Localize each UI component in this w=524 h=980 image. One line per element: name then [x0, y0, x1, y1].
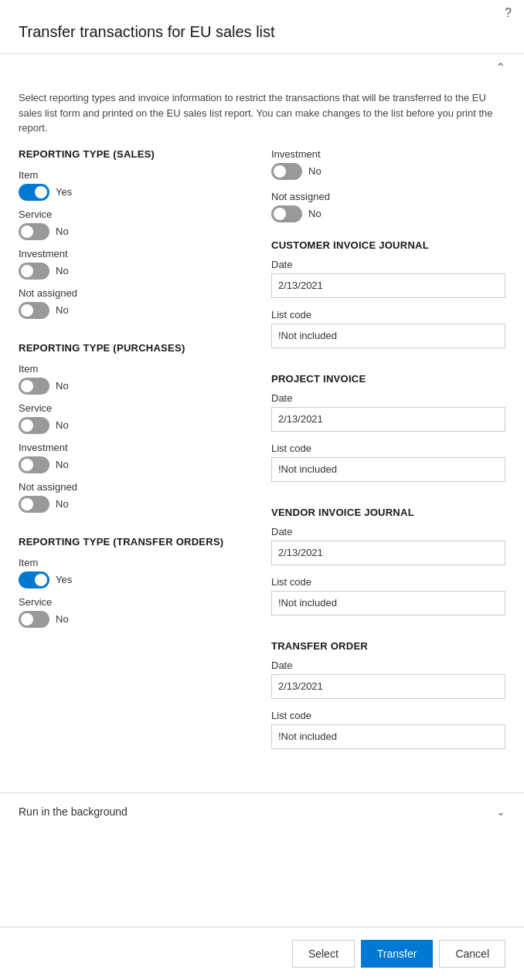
transfer-order-date-input[interactable]: [271, 674, 505, 699]
transfer-order-date-label: Date: [271, 660, 505, 671]
sales-service-toggle[interactable]: [19, 223, 49, 240]
vendor-invoice-journal-label: VENDOR INVOICE JOURNAL: [271, 507, 505, 518]
transfer-service-label: Service: [19, 596, 253, 608]
reporting-purchases-label: REPORTING TYPE (PURCHASES): [19, 342, 253, 354]
reporting-transfer-label: REPORTING TYPE (TRANSFER ORDERS): [19, 536, 253, 548]
project-invoice-listcode-field: List code: [271, 443, 505, 482]
customer-invoice-date-field: Date: [271, 259, 505, 298]
purchases-investment-value: No: [56, 459, 69, 470]
right-investment-toggle-group: Investment No: [271, 148, 505, 183]
right-notassigned-toggle[interactable]: [271, 205, 302, 222]
transfer-order-date-field: Date: [271, 660, 505, 699]
reporting-sales-section: REPORTING TYPE (SALES) Item Yes: [19, 148, 253, 327]
transfer-service-toggle[interactable]: [19, 611, 49, 628]
purchases-notassigned-label: Not assigned: [19, 481, 253, 493]
customer-invoice-listcode-field: List code: [271, 309, 505, 348]
project-invoice-listcode-label: List code: [271, 443, 505, 454]
purchases-notassigned-value: No: [56, 498, 69, 510]
sales-notassigned-label: Not assigned: [19, 287, 253, 299]
purchases-service-label: Service: [19, 402, 253, 414]
project-invoice-label: PROJECT INVOICE: [271, 373, 505, 385]
chevron-down-icon: ⌄: [496, 805, 505, 818]
page-title: Transfer transactions for EU sales list: [0, 23, 524, 53]
sales-service-label: Service: [19, 209, 253, 220]
sales-investment-toggle[interactable]: [19, 263, 49, 280]
footer-buttons: Select Transfer Cancel: [0, 927, 524, 980]
sales-notassigned-toggle-group: Not assigned No: [19, 287, 253, 319]
transfer-service-toggle-group: Service No: [19, 596, 253, 628]
purchases-item-toggle[interactable]: [19, 378, 49, 395]
purchases-service-value: No: [56, 419, 69, 431]
cancel-button[interactable]: Cancel: [439, 940, 505, 968]
reporting-sales-label: REPORTING TYPE (SALES): [19, 148, 253, 160]
transfer-order-listcode-label: List code: [271, 710, 505, 721]
sales-item-toggle-group: Item Yes: [19, 169, 253, 201]
vendor-invoice-date-label: Date: [271, 526, 505, 537]
project-invoice-date-field: Date: [271, 392, 505, 432]
transfer-item-toggle[interactable]: [19, 571, 49, 588]
reporting-purchases-section: REPORTING TYPE (PURCHASES) Item No: [19, 342, 253, 521]
right-notassigned-label: Not assigned: [271, 191, 505, 202]
sales-investment-label: Investment: [19, 248, 253, 259]
right-investment-label: Investment: [271, 148, 505, 160]
sales-investment-toggle-group: Investment No: [19, 248, 253, 280]
customer-invoice-date-label: Date: [271, 259, 505, 270]
sales-item-value: Yes: [56, 186, 72, 198]
purchases-notassigned-toggle[interactable]: [19, 496, 49, 513]
purchases-item-value: No: [56, 380, 69, 392]
collapse-chevron-up-icon[interactable]: ⌃: [495, 60, 505, 75]
vendor-invoice-journal-section: VENDOR INVOICE JOURNAL Date List code: [271, 507, 505, 626]
vendor-invoice-date-field: Date: [271, 526, 505, 565]
transfer-service-value: No: [56, 613, 69, 625]
sales-service-toggle-group: Service No: [19, 209, 253, 240]
purchases-investment-toggle-group: Investment No: [19, 442, 253, 473]
purchases-service-toggle-group: Service No: [19, 402, 253, 434]
transfer-item-toggle-group: Item Yes: [19, 557, 253, 588]
select-button[interactable]: Select: [292, 940, 355, 968]
transfer-order-listcode-input[interactable]: [271, 724, 505, 749]
reporting-transfer-section: REPORTING TYPE (TRANSFER ORDERS) Item Ye…: [19, 536, 253, 636]
vendor-invoice-listcode-label: List code: [271, 576, 505, 588]
transfer-order-listcode-field: List code: [271, 710, 505, 749]
right-investment-value: No: [308, 165, 322, 177]
customer-invoice-journal-label: CUSTOMER INVOICE JOURNAL: [271, 239, 505, 251]
sales-notassigned-value: No: [56, 304, 69, 316]
transfer-item-value: Yes: [56, 574, 72, 585]
purchases-item-label: Item: [19, 363, 253, 375]
purchases-service-toggle[interactable]: [19, 417, 49, 434]
project-invoice-section: PROJECT INVOICE Date List code: [271, 373, 505, 493]
customer-invoice-journal-section: CUSTOMER INVOICE JOURNAL Date List code: [271, 239, 505, 359]
run-background-section[interactable]: Run in the background ⌄: [0, 792, 524, 830]
project-invoice-date-input[interactable]: [271, 407, 505, 432]
project-invoice-listcode-input[interactable]: [271, 457, 505, 482]
sales-investment-value: No: [56, 265, 69, 276]
help-icon[interactable]: ?: [505, 6, 512, 20]
run-background-label: Run in the background: [19, 805, 128, 818]
right-notassigned-value: No: [308, 208, 322, 219]
transfer-order-section: TRANSFER ORDER Date List code: [271, 640, 505, 760]
purchases-notassigned-toggle-group: Not assigned No: [19, 481, 253, 513]
sales-item-toggle[interactable]: [19, 184, 49, 201]
vendor-invoice-listcode-field: List code: [271, 576, 505, 615]
customer-invoice-date-input[interactable]: [271, 273, 505, 298]
vendor-invoice-listcode-input[interactable]: [271, 591, 505, 615]
sales-service-value: No: [56, 226, 69, 237]
project-invoice-date-label: Date: [271, 392, 505, 404]
customer-invoice-listcode-label: List code: [271, 309, 505, 320]
vendor-invoice-date-input[interactable]: [271, 541, 505, 565]
description-text: Select reporting types and invoice infor…: [19, 90, 505, 136]
right-investment-toggle[interactable]: [271, 163, 302, 180]
sales-item-label: Item: [19, 169, 253, 181]
sales-notassigned-toggle[interactable]: [19, 302, 49, 319]
transfer-button[interactable]: Transfer: [361, 940, 434, 968]
customer-invoice-listcode-input[interactable]: [271, 324, 505, 348]
purchases-investment-toggle[interactable]: [19, 456, 49, 473]
transfer-item-label: Item: [19, 557, 253, 568]
purchases-item-toggle-group: Item No: [19, 363, 253, 395]
transfer-order-label: TRANSFER ORDER: [271, 640, 505, 652]
purchases-investment-label: Investment: [19, 442, 253, 453]
right-notassigned-toggle-group: Not assigned No: [271, 191, 505, 226]
